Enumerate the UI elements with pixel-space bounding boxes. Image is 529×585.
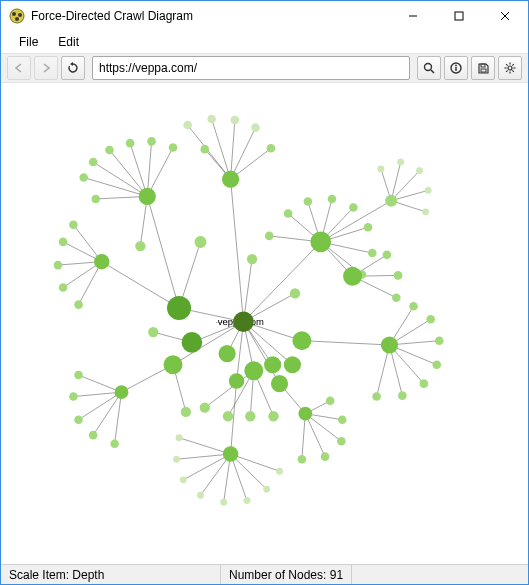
graph-node[interactable] bbox=[223, 411, 233, 421]
search-button[interactable] bbox=[417, 56, 441, 80]
graph-node[interactable] bbox=[385, 195, 397, 207]
settings-button[interactable] bbox=[498, 56, 522, 80]
graph-node[interactable] bbox=[197, 492, 204, 499]
graph-node[interactable] bbox=[251, 123, 260, 132]
graph-node[interactable] bbox=[91, 195, 100, 204]
graph-node[interactable] bbox=[247, 254, 257, 264]
graph-node[interactable] bbox=[180, 476, 187, 483]
graph-node[interactable] bbox=[194, 236, 206, 248]
graph-svg[interactable]: veppa.com bbox=[1, 83, 528, 564]
graph-node[interactable] bbox=[173, 456, 180, 463]
graph-node[interactable] bbox=[435, 336, 444, 345]
graph-node[interactable] bbox=[110, 439, 119, 448]
maximize-button[interactable] bbox=[436, 1, 482, 31]
graph-node[interactable] bbox=[79, 173, 88, 182]
graph-node[interactable] bbox=[207, 115, 216, 124]
graph-node[interactable] bbox=[432, 360, 441, 369]
close-button[interactable] bbox=[482, 1, 528, 31]
graph-node[interactable] bbox=[219, 345, 236, 362]
graph-node[interactable] bbox=[364, 223, 373, 232]
graph-node[interactable] bbox=[115, 385, 129, 399]
graph-node[interactable] bbox=[263, 486, 270, 493]
graph-node[interactable] bbox=[59, 283, 68, 292]
graph-node[interactable] bbox=[229, 373, 244, 388]
graph-node[interactable] bbox=[416, 167, 423, 174]
graph-node[interactable] bbox=[377, 165, 384, 172]
graph-node[interactable] bbox=[398, 391, 407, 400]
graph-node[interactable] bbox=[349, 203, 358, 212]
graph-node[interactable] bbox=[135, 241, 145, 251]
graph-node[interactable] bbox=[372, 392, 381, 401]
graph-node[interactable] bbox=[310, 232, 331, 253]
graph-node[interactable] bbox=[409, 302, 418, 311]
graph-node[interactable] bbox=[220, 499, 227, 506]
graph-node[interactable] bbox=[284, 209, 293, 218]
minimize-button[interactable] bbox=[390, 1, 436, 31]
graph-node[interactable] bbox=[74, 415, 83, 424]
graph-node[interactable] bbox=[298, 455, 307, 464]
graph-node[interactable] bbox=[126, 139, 135, 148]
graph-node[interactable] bbox=[183, 121, 192, 130]
graph-node[interactable] bbox=[271, 375, 288, 392]
graph-node[interactable] bbox=[167, 296, 191, 320]
graph-node[interactable] bbox=[426, 315, 435, 324]
graph-node[interactable] bbox=[74, 300, 83, 309]
graph-node[interactable] bbox=[169, 143, 178, 152]
refresh-button[interactable] bbox=[61, 56, 85, 80]
graph-node[interactable] bbox=[298, 407, 312, 421]
graph-node[interactable] bbox=[343, 267, 362, 286]
graph-node[interactable] bbox=[244, 361, 263, 380]
graph-node[interactable] bbox=[304, 197, 313, 206]
graph-node[interactable] bbox=[397, 159, 404, 166]
graph-node[interactable] bbox=[338, 415, 347, 424]
graph-node[interactable] bbox=[231, 116, 240, 125]
graph-node[interactable] bbox=[422, 208, 429, 215]
graph-node[interactable] bbox=[200, 403, 210, 413]
graph-node[interactable] bbox=[383, 250, 392, 259]
graph-node[interactable] bbox=[328, 195, 337, 204]
graph-node[interactable] bbox=[94, 254, 109, 269]
graph-node[interactable] bbox=[105, 146, 114, 155]
forward-button[interactable] bbox=[34, 56, 58, 80]
graph-node[interactable] bbox=[139, 188, 156, 205]
graph-node[interactable] bbox=[69, 392, 78, 401]
graph-node[interactable] bbox=[381, 336, 398, 353]
menu-edit[interactable]: Edit bbox=[50, 33, 87, 51]
url-input[interactable] bbox=[99, 61, 403, 75]
graph-node[interactable] bbox=[148, 327, 158, 337]
graph-node[interactable] bbox=[368, 249, 377, 258]
graph-node[interactable] bbox=[290, 288, 300, 298]
graph-node[interactable] bbox=[265, 232, 274, 241]
graph-node[interactable] bbox=[176, 434, 183, 441]
graph-node[interactable] bbox=[276, 468, 283, 475]
graph-node[interactable] bbox=[268, 411, 278, 421]
url-input-wrapper[interactable] bbox=[92, 56, 410, 80]
graph-node[interactable] bbox=[201, 145, 210, 154]
graph-node[interactable] bbox=[292, 331, 311, 350]
graph-node[interactable] bbox=[394, 271, 403, 280]
graph-node[interactable] bbox=[164, 355, 183, 374]
graph-node[interactable] bbox=[182, 332, 203, 353]
graph-node[interactable] bbox=[222, 171, 239, 188]
graph-node[interactable] bbox=[392, 293, 401, 302]
graph-node[interactable] bbox=[147, 137, 156, 146]
menu-file[interactable]: File bbox=[11, 33, 46, 51]
graph-node[interactable] bbox=[69, 220, 78, 229]
graph-node[interactable] bbox=[420, 379, 429, 388]
graph-node[interactable] bbox=[59, 238, 68, 247]
graph-node[interactable] bbox=[89, 431, 98, 440]
graph-node[interactable] bbox=[284, 356, 301, 373]
graph-node[interactable] bbox=[54, 261, 63, 270]
graph-node[interactable] bbox=[181, 407, 191, 417]
graph-node[interactable] bbox=[243, 497, 250, 504]
graph-node[interactable] bbox=[326, 397, 335, 406]
save-button[interactable] bbox=[471, 56, 495, 80]
back-button[interactable] bbox=[7, 56, 31, 80]
graph-node[interactable] bbox=[425, 187, 432, 194]
graph-node[interactable] bbox=[245, 411, 255, 421]
graph-node[interactable] bbox=[321, 452, 330, 461]
graph-node[interactable] bbox=[223, 446, 238, 461]
graph-node[interactable] bbox=[233, 311, 254, 332]
graph-node[interactable] bbox=[264, 356, 281, 373]
graph-node[interactable] bbox=[89, 158, 98, 167]
